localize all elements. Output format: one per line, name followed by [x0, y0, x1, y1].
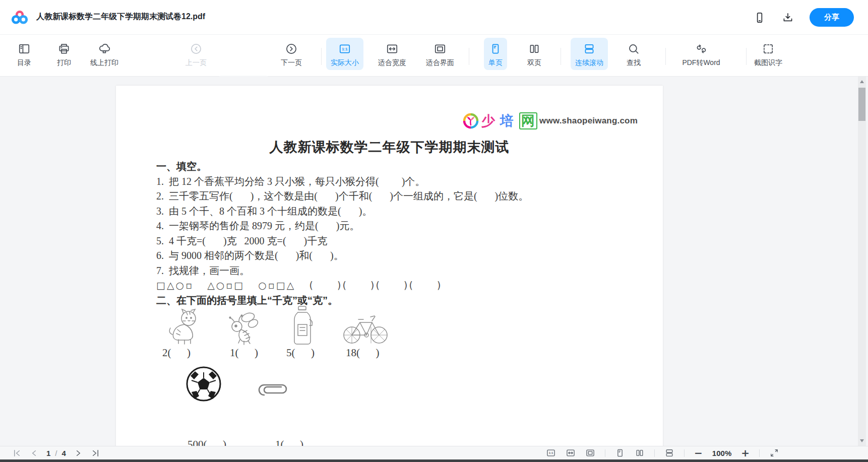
catalog-icon [18, 42, 31, 55]
zoom-out-button[interactable]: − [694, 448, 703, 458]
section-1-heading: 一、填空。 [156, 159, 528, 174]
status-bar: 1 / 4 1:1 [0, 446, 868, 459]
fit-width-icon [386, 42, 399, 55]
bicycle-illustration [342, 312, 389, 345]
scroll-up-arrow[interactable] [858, 78, 866, 86]
document-canvas-area: 少 培 网 www.shaopeiwang.com 人教新课标数学二年级下学期期… [0, 77, 868, 446]
first-page-icon[interactable] [12, 448, 22, 458]
weight-label-bottle: 5( ) [286, 347, 315, 359]
toolbar-actual-size-button[interactable]: 1:1 实际大小 [326, 38, 363, 70]
next-page-icon [285, 42, 298, 55]
shaopeiwang-logo-icon [462, 112, 480, 130]
cloud-print-icon [98, 42, 111, 55]
window-bottom-edge [0, 459, 868, 462]
fit-width-icon[interactable] [566, 448, 576, 458]
brand-char-shao: 少 [481, 113, 495, 128]
question-5: 5. 4 千克=( )克 2000 克=( )千克 [156, 234, 528, 249]
toolbar-separator [469, 48, 469, 65]
soccer-ball-illustration [185, 366, 222, 402]
zoom-in-button[interactable]: + [741, 448, 750, 458]
cat-illustration [164, 307, 203, 347]
toolbar-pdf-to-word-button[interactable]: PDF转Word [682, 42, 720, 66]
toolbar-fit-width-button[interactable]: 适合宽度 [378, 42, 406, 66]
question-3: 3. 由 5 个千、8 个百和 3 个十组成的数是( )。 [156, 204, 528, 219]
double-page-icon [528, 42, 541, 55]
statusbar-separator [759, 449, 760, 457]
toolbar: 目录 打印 线上打印 上一页 1 / 4 [0, 35, 868, 77]
toolbar-separator [665, 48, 666, 65]
continuous-scroll-icon[interactable] [664, 448, 674, 458]
share-button[interactable]: 分享 [810, 8, 854, 27]
convert-icon [695, 42, 708, 55]
brand-url: www.shaopeiwang.com [539, 116, 638, 126]
fit-page-icon[interactable] [585, 448, 595, 458]
toolbar-separator [321, 48, 322, 65]
scroll-down-arrow[interactable] [858, 437, 866, 445]
document-filename: 人教新课标数学二年级下学期期末测试卷12.pdf [36, 12, 205, 22]
toolbar-separator [561, 48, 561, 65]
netdisk-logo-icon [11, 9, 28, 26]
toolbar-prev-page-button[interactable]: 上一页 [185, 42, 207, 66]
weight-label-bee: 1( ) [230, 347, 258, 359]
crop-ocr-icon [762, 42, 775, 55]
weight-label-paperclip: 1( ) [275, 438, 303, 446]
title-bar: 人教新课标数学二年级下学期期末测试卷12.pdf 分享 [0, 0, 868, 35]
actual-size-icon[interactable]: 1:1 [546, 448, 556, 458]
svg-text:1:1: 1:1 [342, 47, 348, 51]
toolbar-catalog-button[interactable]: 目录 [17, 42, 31, 66]
toolbar-double-page-button[interactable]: 双页 [527, 42, 541, 66]
next-page-icon[interactable] [74, 448, 83, 458]
toolbar-fit-page-button[interactable]: 适合界面 [426, 42, 454, 66]
weight-label-soccer: 500( ) [188, 438, 226, 446]
svg-text:1:1: 1:1 [549, 451, 553, 454]
toolbar-online-print-button[interactable]: 线上打印 [90, 42, 118, 66]
toolbar-screenshot-ocr-button[interactable]: 截图识字 [754, 42, 782, 66]
document-title: 人教新课标数学二年级下学期期末测试 [116, 138, 663, 156]
pdf-viewer-window: 人教新课标数学二年级下学期期末测试卷12.pdf 分享 目录 打印 [0, 0, 868, 462]
scrollbar-thumb[interactable] [858, 88, 865, 121]
toolbar-next-page-button[interactable]: 下一页 [281, 42, 302, 66]
document-body: 一、填空。 1. 把 12 个香蕉平均分给 3 只小猴，每只小猴分得( )个。 … [156, 159, 528, 308]
mobile-view-icon[interactable] [753, 11, 766, 24]
toolbar-print-button[interactable]: 打印 [57, 42, 71, 66]
statusbar-separator [684, 449, 685, 457]
toolbar-single-page-button[interactable]: 单页 [484, 38, 507, 70]
last-page-icon[interactable] [91, 448, 100, 458]
question-7: 7. 找规律，画一画。 [156, 263, 528, 279]
continuous-scroll-icon [583, 42, 596, 55]
section-2-heading: 二、在下面的括号里填上“千克”或“克”。 [156, 293, 528, 308]
brand-char-wang: 网 [519, 112, 537, 129]
statusbar-separator [654, 449, 655, 457]
question-1: 1. 把 12 个香蕉平均分给 3 只小猴，每只小猴分得( )个。 [156, 174, 528, 189]
question-4: 4. 一架钢琴的售价是 8979 元，约是( )元。 [156, 219, 528, 234]
statusbar-separator [605, 449, 605, 457]
question-6: 6. 与 9000 相邻的两个数是( )和( )。 [156, 248, 528, 263]
actual-size-icon: 1:1 [338, 42, 351, 55]
toolbar-continuous-scroll-button[interactable]: 连续滚动 [571, 38, 608, 70]
search-icon [627, 42, 640, 55]
weight-label-bicycle: 18( ) [346, 347, 380, 359]
fit-page-icon [433, 42, 447, 55]
fullscreen-icon[interactable] [769, 448, 779, 458]
bee-illustration [229, 310, 260, 346]
zoom-level: 100% [712, 449, 731, 457]
pattern-shapes-row: □△○▫ △○▫□ ○▫□△ ( )( )( )( ) [156, 278, 528, 293]
paperclip-illustration [258, 381, 289, 400]
brand-char-pei: 培 [500, 113, 514, 128]
printer-icon [57, 42, 71, 55]
previous-page-icon[interactable] [29, 448, 39, 458]
download-icon[interactable] [781, 11, 794, 24]
pdf-page-1[interactable]: 少 培 网 www.shaopeiwang.com 人教新课标数学二年级下学期期… [116, 86, 663, 446]
toolbar-find-button[interactable]: 查找 [627, 42, 641, 66]
vertical-scrollbar[interactable] [858, 77, 866, 446]
toolbar-separator [746, 48, 747, 65]
weight-label-cat: 2( ) [162, 347, 191, 359]
oil-bottle-illustration [291, 305, 314, 347]
single-page-icon[interactable] [615, 448, 625, 458]
document-brand-header: 少 培 网 www.shaopeiwang.com [462, 112, 638, 130]
prev-page-icon [190, 42, 203, 55]
single-page-icon [489, 42, 502, 55]
statusbar-page-indicator: 1 / 4 [46, 449, 66, 457]
double-page-icon[interactable] [635, 448, 645, 458]
question-2: 2. 三千零五写作( )，这个数是由( )个千和( )个一组成的，它是( )位数… [156, 189, 528, 204]
